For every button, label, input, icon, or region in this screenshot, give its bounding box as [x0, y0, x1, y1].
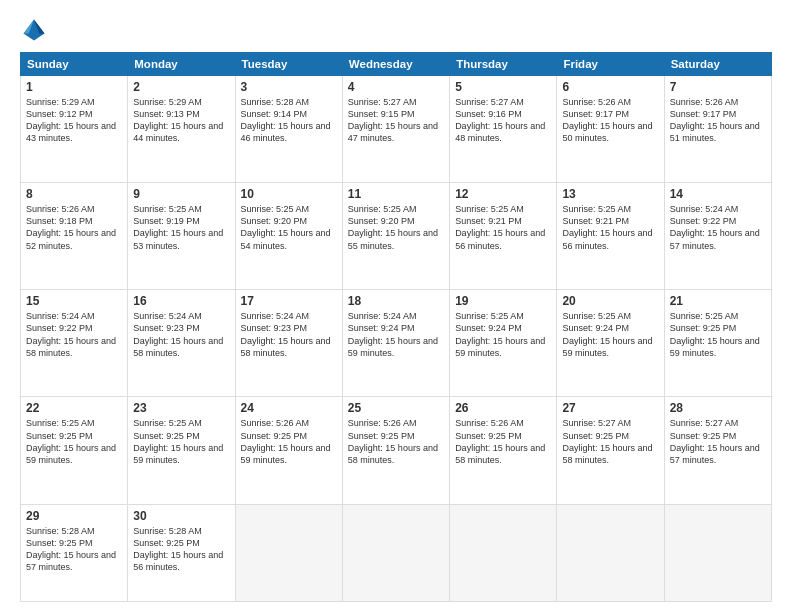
day-number: 23 [133, 401, 229, 415]
day-number: 8 [26, 187, 122, 201]
day-details: Sunrise: 5:25 AMSunset: 9:21 PMDaylight:… [562, 204, 652, 250]
calendar-day-19: 19 Sunrise: 5:25 AMSunset: 9:24 PMDaylig… [450, 290, 557, 397]
calendar-day-1: 1 Sunrise: 5:29 AMSunset: 9:12 PMDayligh… [21, 76, 128, 183]
day-number: 27 [562, 401, 658, 415]
day-details: Sunrise: 5:24 AMSunset: 9:24 PMDaylight:… [348, 311, 438, 357]
calendar-day-10: 10 Sunrise: 5:25 AMSunset: 9:20 PMDaylig… [235, 183, 342, 290]
day-number: 3 [241, 80, 337, 94]
day-number: 11 [348, 187, 444, 201]
day-details: Sunrise: 5:24 AMSunset: 9:22 PMDaylight:… [670, 204, 760, 250]
day-number: 7 [670, 80, 766, 94]
day-details: Sunrise: 5:26 AMSunset: 9:18 PMDaylight:… [26, 204, 116, 250]
calendar-day-25: 25 Sunrise: 5:26 AMSunset: 9:25 PMDaylig… [342, 397, 449, 504]
calendar-week-4: 22 Sunrise: 5:25 AMSunset: 9:25 PMDaylig… [21, 397, 772, 504]
calendar-day-12: 12 Sunrise: 5:25 AMSunset: 9:21 PMDaylig… [450, 183, 557, 290]
day-details: Sunrise: 5:25 AMSunset: 9:20 PMDaylight:… [241, 204, 331, 250]
day-number: 19 [455, 294, 551, 308]
calendar-day-15: 15 Sunrise: 5:24 AMSunset: 9:22 PMDaylig… [21, 290, 128, 397]
calendar-day-2: 2 Sunrise: 5:29 AMSunset: 9:13 PMDayligh… [128, 76, 235, 183]
day-details: Sunrise: 5:25 AMSunset: 9:25 PMDaylight:… [133, 418, 223, 464]
weekday-header-wednesday: Wednesday [342, 53, 449, 76]
weekday-header-thursday: Thursday [450, 53, 557, 76]
day-details: Sunrise: 5:28 AMSunset: 9:25 PMDaylight:… [26, 526, 116, 572]
day-details: Sunrise: 5:25 AMSunset: 9:19 PMDaylight:… [133, 204, 223, 250]
calendar-day-14: 14 Sunrise: 5:24 AMSunset: 9:22 PMDaylig… [664, 183, 771, 290]
day-number: 26 [455, 401, 551, 415]
day-details: Sunrise: 5:25 AMSunset: 9:21 PMDaylight:… [455, 204, 545, 250]
day-number: 2 [133, 80, 229, 94]
day-number: 28 [670, 401, 766, 415]
day-details: Sunrise: 5:27 AMSunset: 9:16 PMDaylight:… [455, 97, 545, 143]
day-number: 13 [562, 187, 658, 201]
weekday-header-friday: Friday [557, 53, 664, 76]
day-details: Sunrise: 5:26 AMSunset: 9:25 PMDaylight:… [455, 418, 545, 464]
calendar-empty-cell [235, 504, 342, 601]
day-details: Sunrise: 5:29 AMSunset: 9:12 PMDaylight:… [26, 97, 116, 143]
day-details: Sunrise: 5:24 AMSunset: 9:23 PMDaylight:… [133, 311, 223, 357]
header [20, 16, 772, 44]
calendar-day-20: 20 Sunrise: 5:25 AMSunset: 9:24 PMDaylig… [557, 290, 664, 397]
calendar-day-24: 24 Sunrise: 5:26 AMSunset: 9:25 PMDaylig… [235, 397, 342, 504]
day-details: Sunrise: 5:27 AMSunset: 9:25 PMDaylight:… [670, 418, 760, 464]
day-number: 12 [455, 187, 551, 201]
day-details: Sunrise: 5:25 AMSunset: 9:25 PMDaylight:… [26, 418, 116, 464]
calendar-week-1: 1 Sunrise: 5:29 AMSunset: 9:12 PMDayligh… [21, 76, 772, 183]
calendar-week-2: 8 Sunrise: 5:26 AMSunset: 9:18 PMDayligh… [21, 183, 772, 290]
calendar-day-17: 17 Sunrise: 5:24 AMSunset: 9:23 PMDaylig… [235, 290, 342, 397]
calendar-day-7: 7 Sunrise: 5:26 AMSunset: 9:17 PMDayligh… [664, 76, 771, 183]
day-number: 25 [348, 401, 444, 415]
calendar-empty-cell [342, 504, 449, 601]
page: SundayMondayTuesdayWednesdayThursdayFrid… [0, 0, 792, 612]
calendar-day-18: 18 Sunrise: 5:24 AMSunset: 9:24 PMDaylig… [342, 290, 449, 397]
day-details: Sunrise: 5:25 AMSunset: 9:24 PMDaylight:… [562, 311, 652, 357]
calendar-day-4: 4 Sunrise: 5:27 AMSunset: 9:15 PMDayligh… [342, 76, 449, 183]
day-number: 9 [133, 187, 229, 201]
day-details: Sunrise: 5:24 AMSunset: 9:22 PMDaylight:… [26, 311, 116, 357]
weekday-header-monday: Monday [128, 53, 235, 76]
calendar-day-23: 23 Sunrise: 5:25 AMSunset: 9:25 PMDaylig… [128, 397, 235, 504]
weekday-header-sunday: Sunday [21, 53, 128, 76]
day-number: 1 [26, 80, 122, 94]
calendar-day-27: 27 Sunrise: 5:27 AMSunset: 9:25 PMDaylig… [557, 397, 664, 504]
day-details: Sunrise: 5:26 AMSunset: 9:25 PMDaylight:… [348, 418, 438, 464]
calendar-day-8: 8 Sunrise: 5:26 AMSunset: 9:18 PMDayligh… [21, 183, 128, 290]
day-number: 10 [241, 187, 337, 201]
day-number: 17 [241, 294, 337, 308]
day-details: Sunrise: 5:27 AMSunset: 9:25 PMDaylight:… [562, 418, 652, 464]
weekday-header-row: SundayMondayTuesdayWednesdayThursdayFrid… [21, 53, 772, 76]
day-number: 30 [133, 509, 229, 523]
day-number: 16 [133, 294, 229, 308]
calendar-empty-cell [557, 504, 664, 601]
calendar-empty-cell [664, 504, 771, 601]
calendar-day-3: 3 Sunrise: 5:28 AMSunset: 9:14 PMDayligh… [235, 76, 342, 183]
day-number: 4 [348, 80, 444, 94]
calendar-day-30: 30 Sunrise: 5:28 AMSunset: 9:25 PMDaylig… [128, 504, 235, 601]
calendar-week-5: 29 Sunrise: 5:28 AMSunset: 9:25 PMDaylig… [21, 504, 772, 601]
day-details: Sunrise: 5:25 AMSunset: 9:24 PMDaylight:… [455, 311, 545, 357]
day-details: Sunrise: 5:28 AMSunset: 9:14 PMDaylight:… [241, 97, 331, 143]
day-number: 14 [670, 187, 766, 201]
calendar-day-5: 5 Sunrise: 5:27 AMSunset: 9:16 PMDayligh… [450, 76, 557, 183]
day-number: 18 [348, 294, 444, 308]
day-details: Sunrise: 5:27 AMSunset: 9:15 PMDaylight:… [348, 97, 438, 143]
day-details: Sunrise: 5:25 AMSunset: 9:20 PMDaylight:… [348, 204, 438, 250]
logo [20, 16, 52, 44]
calendar-day-11: 11 Sunrise: 5:25 AMSunset: 9:20 PMDaylig… [342, 183, 449, 290]
day-details: Sunrise: 5:25 AMSunset: 9:25 PMDaylight:… [670, 311, 760, 357]
day-number: 29 [26, 509, 122, 523]
day-details: Sunrise: 5:29 AMSunset: 9:13 PMDaylight:… [133, 97, 223, 143]
day-details: Sunrise: 5:26 AMSunset: 9:17 PMDaylight:… [562, 97, 652, 143]
calendar-day-21: 21 Sunrise: 5:25 AMSunset: 9:25 PMDaylig… [664, 290, 771, 397]
logo-icon [20, 16, 48, 44]
calendar-day-28: 28 Sunrise: 5:27 AMSunset: 9:25 PMDaylig… [664, 397, 771, 504]
calendar-day-22: 22 Sunrise: 5:25 AMSunset: 9:25 PMDaylig… [21, 397, 128, 504]
day-number: 6 [562, 80, 658, 94]
day-details: Sunrise: 5:26 AMSunset: 9:17 PMDaylight:… [670, 97, 760, 143]
weekday-header-tuesday: Tuesday [235, 53, 342, 76]
day-number: 5 [455, 80, 551, 94]
day-number: 24 [241, 401, 337, 415]
day-number: 21 [670, 294, 766, 308]
day-number: 15 [26, 294, 122, 308]
day-number: 22 [26, 401, 122, 415]
calendar-day-29: 29 Sunrise: 5:28 AMSunset: 9:25 PMDaylig… [21, 504, 128, 601]
